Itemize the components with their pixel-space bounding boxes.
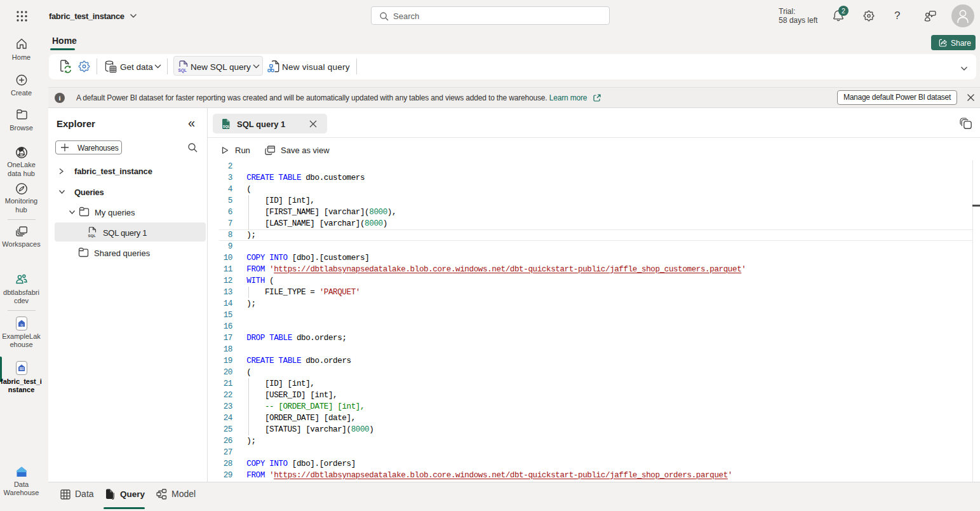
svg-text:SQL: SQL [88, 234, 97, 238]
svg-text:SQL: SQL [178, 68, 187, 73]
svg-text:SQL: SQL [223, 125, 230, 128]
